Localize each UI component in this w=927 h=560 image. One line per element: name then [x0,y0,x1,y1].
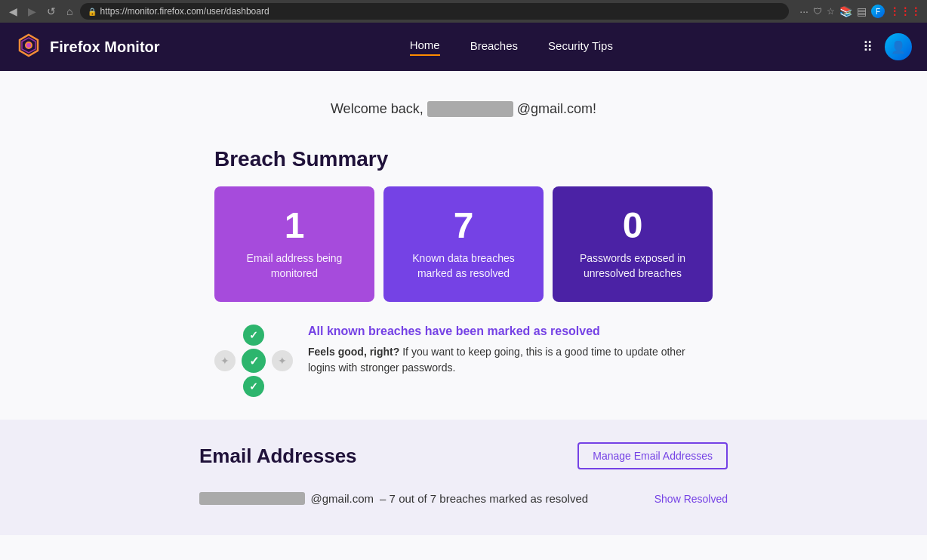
resolved-section: ✓ ✦ ✓ ✦ ✓ All known breaches have been m… [199,325,728,397]
shield-icon: 🛡 [813,6,822,17]
welcome-section: Welcome back, ████████ @gmail.com! [0,71,927,132]
more-button[interactable]: ··· [799,5,808,17]
home-button[interactable]: ⌂ [63,5,75,17]
monitored-label: Email address being monitored [229,251,359,281]
nav-links: Home Breaches Security Tips [410,38,613,56]
passwords-label: Passwords exposed in unresolved breaches [568,251,698,281]
check-icon-bottom: ✓ [243,376,264,397]
main-content: Welcome back, ████████ @gmail.com! Breac… [0,71,927,535]
browser-actions: ··· 🛡 ☆ 📚 ▤ F ⋮⋮⋮ [793,5,921,18]
check-icon-top: ✓ [243,325,264,346]
passwords-count: 0 [623,208,643,244]
sidebar-icon[interactable]: ▤ [857,5,867,17]
email-addresses-section: Email Addresses Manage Email Addresses █… [0,420,927,535]
monitored-count: 1 [285,208,305,244]
logo-area[interactable]: Firefox Monitor [15,32,160,62]
resolved-count: 7 [454,208,474,244]
resolved-body: Feels good, right? If you want to keep g… [308,344,713,376]
icon-middle-row: ✦ ✓ ✦ [214,349,293,373]
check-icon-middle: ✓ [242,349,266,373]
resolved-text-section: All known breaches have been marked as r… [308,325,713,376]
firefox-logo-icon [15,32,42,62]
lock-icon: 🔒 [88,8,97,16]
forward-button[interactable]: ▶ [25,5,39,17]
email-addresses-header: Email Addresses Manage Email Addresses [199,442,728,469]
nav-home[interactable]: Home [410,38,440,56]
grid-icon[interactable]: ⠿ [863,38,873,55]
user-avatar[interactable]: 👤 [885,33,912,60]
back-button[interactable]: ◀ [6,5,20,17]
summary-cards: 1 Email address being monitored 7 Known … [214,186,713,302]
welcome-text: Welcome back, ████████ @gmail.com! [331,101,596,116]
nav-breaches[interactable]: Breaches [470,39,518,55]
browser-menu-dots[interactable]: ⋮⋮⋮ [889,5,921,17]
email-suffix: @gmail.com [311,492,374,505]
library-icon[interactable]: 📚 [839,5,852,17]
email-addresses-title: Email Addresses [199,445,357,468]
summary-card-monitored: 1 Email address being monitored [214,186,374,302]
email-breach-status: – 7 out of 7 breaches marked as resolved [380,492,588,505]
breach-summary-section: Breach Summary 1 Email address being mon… [199,147,728,302]
email-addresses-inner: Email Addresses Manage Email Addresses █… [199,442,728,512]
nav-security-tips[interactable]: Security Tips [548,39,613,55]
resolved-headline: All known breaches have been marked as r… [308,325,713,338]
summary-card-resolved: 7 Known data breaches marked as resolved [383,186,544,302]
svg-point-4 [26,43,31,48]
star-icon-right: ✦ [272,350,293,371]
email-row: ████████████ @gmail.com – 7 out of 7 bre… [199,485,728,512]
browser-chrome: ◀ ▶ ↺ ⌂ 🔒 https://monitor.firefox.com/us… [0,0,927,23]
logo-text: Firefox Monitor [50,38,160,56]
nav-right: ⠿ 👤 [863,33,912,60]
email-blur: ████████ [427,101,513,117]
navbar: Firefox Monitor Home Breaches Security T… [0,23,927,71]
bookmark-icon[interactable]: ☆ [827,6,835,17]
url-text: https://monitor.firefox.com/user/dashboa… [100,6,269,17]
breach-summary-title: Breach Summary [214,147,713,171]
manage-email-addresses-button[interactable]: Manage Email Addresses [577,442,728,469]
star-icon-left: ✦ [214,350,236,371]
summary-card-passwords: 0 Passwords exposed in unresolved breach… [553,186,713,302]
resolved-label: Known data breaches marked as resolved [399,251,528,281]
resolved-icon-stack: ✓ ✦ ✓ ✦ ✓ [214,325,293,397]
show-resolved-link[interactable]: Show Resolved [654,493,728,505]
address-bar[interactable]: 🔒 https://monitor.firefox.com/user/dashb… [80,3,789,20]
resolved-body-bold: Feels good, right? [308,346,399,358]
browser-avatar[interactable]: F [871,5,885,18]
email-address-blur: ████████████ [199,492,305,505]
refresh-button[interactable]: ↺ [44,5,59,17]
